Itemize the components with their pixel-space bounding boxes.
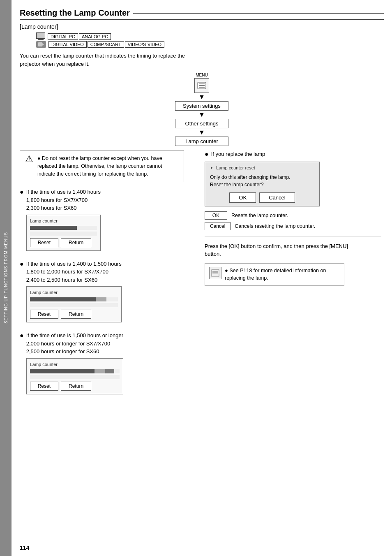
info-content: ● See P118 for more detailed information… <box>225 267 340 283</box>
lamp-counter-title-3: Lamp counter <box>30 362 120 367</box>
lamp-counter-box-2: Lamp counter Reset Return <box>26 286 122 322</box>
lamp-buttons-2: Reset Return <box>30 310 118 319</box>
bullet-2: ● <box>20 260 24 268</box>
bullet-replace: ● <box>205 150 209 158</box>
pc-icon <box>36 32 45 40</box>
menu-step2: Other settings <box>175 119 228 128</box>
bullet-item-3: ● If the time of use is 1,500 hours or l… <box>20 331 196 399</box>
lamp-counter-title-2: Lamp counter <box>30 290 118 295</box>
menu-step3: Lamp counter <box>175 137 228 146</box>
menu-flow: MENU ▼ System settings ▼ Other settings … <box>161 73 243 146</box>
bullet-3: ● <box>20 331 24 339</box>
bullet-replace-lamp: ● If you replace the lamp <box>205 150 381 158</box>
bullet-text-3: If the time of use is 1,500 hours or lon… <box>26 331 123 356</box>
info-text: See P118 for more detailed information o… <box>225 268 326 281</box>
cancel-result-text: Cancels resetting the lamp counter. <box>235 223 315 229</box>
menu-step1: System settings <box>175 101 228 111</box>
lamp-buttons-3: Reset Return <box>30 382 120 391</box>
return-btn-2[interactable]: Return <box>61 310 91 319</box>
dialog-ok-btn[interactable]: OK <box>229 192 256 203</box>
bullet-item-2: ● If the time of use is 1,400 to 1,500 h… <box>20 260 196 328</box>
warning-box: ⚠ ● Do not reset the lamp counter except… <box>20 150 184 182</box>
dialog-buttons: OK Cancel <box>210 192 314 203</box>
main-content: Resetting the Lamp Counter [Lamp counter… <box>12 0 392 556</box>
cancel-result-btn: Cancel <box>205 222 231 230</box>
two-column-layout: ⚠ ● Do not reset the lamp counter except… <box>20 150 384 403</box>
input-row-1: DIGITAL PC ANALOG PC <box>36 32 384 40</box>
bullet-replace-text: If you replace the lamp <box>211 150 265 158</box>
return-btn-3[interactable]: Return <box>61 382 91 391</box>
arrow-1: ▼ <box>198 94 205 100</box>
warning-text: ● Do not reset the lamp counter except w… <box>37 155 179 178</box>
page-number: 114 <box>20 544 29 551</box>
press-text: Press the [OK] button to confirm, and th… <box>205 242 361 258</box>
return-btn-1[interactable]: Return <box>61 238 91 247</box>
lamp-buttons-1: Reset Return <box>30 238 97 247</box>
warning-icon: ⚠ <box>25 155 33 164</box>
input-row-2: DIGITAL VIDEO COMP./SCART VIDEO/S-VIDEO <box>36 41 384 48</box>
right-column: ● If you replace the lamp ✦ Lamp counter… <box>205 150 381 403</box>
ok-result-text: Resets the lamp counter. <box>231 213 288 218</box>
input-types-section: DIGITAL PC ANALOG PC DIGITAL VIDEO COMP.… <box>36 32 384 48</box>
input-badge-digital-video: DIGITAL VIDEO <box>48 41 87 48</box>
description-text: You can reset the lamp counter that indi… <box>20 52 192 68</box>
input-badge-analog-pc: ANALOG PC <box>79 33 111 40</box>
reset-btn-1[interactable]: Reset <box>30 238 58 247</box>
bullet-text-1: If the time of use is 1,400 hours 1,800 … <box>26 188 101 212</box>
dialog-title: ✦ Lamp counter reset <box>210 165 314 170</box>
video-icon <box>36 41 46 48</box>
bullet-dot: ● <box>37 155 41 161</box>
bullet-info: ● <box>225 267 229 273</box>
info-icon <box>209 267 221 279</box>
input-badge-video-s-video: VIDEO/S-VIDEO <box>125 41 165 48</box>
ok-result-row: OK Resets the lamp counter. <box>205 211 381 220</box>
dialog-cancel-btn[interactable]: Cancel <box>259 192 295 203</box>
lamp-counter-reset-dialog: ✦ Lamp counter reset Only do this after … <box>205 162 320 206</box>
left-column: ⚠ ● Do not reset the lamp counter except… <box>20 150 196 403</box>
reset-btn-2[interactable]: Reset <box>30 310 58 319</box>
reset-btn-3[interactable]: Reset <box>30 382 58 391</box>
info-box: ● See P118 for more detailed information… <box>205 263 344 286</box>
section-subtitle: [Lamp counter] <box>20 23 384 30</box>
bullet-text-2: If the time of use is 1,400 to 1,500 hou… <box>26 260 122 284</box>
arrow-2: ▼ <box>198 111 205 118</box>
lamp-counter-box-3: Lamp counter Reset Return <box>26 358 123 394</box>
cancel-result-row: Cancel Cancels resetting the lamp counte… <box>205 222 381 230</box>
lamp-counter-title-1: Lamp counter <box>30 218 97 223</box>
dialog-body-text: Only do this after changing the lamp. Re… <box>210 174 314 188</box>
input-badge-digital-pc: DIGITAL PC <box>48 33 78 40</box>
ok-result-btn: OK <box>205 211 227 220</box>
menu-icon <box>194 78 209 93</box>
svg-marker-1 <box>42 43 44 46</box>
arrow-3: ▼ <box>198 129 205 136</box>
sidebar-label: SETTING UP FUNCTIONS FROM MENUS <box>4 232 8 324</box>
page-title: Resetting the Lamp Counter <box>20 8 384 20</box>
sidebar: SETTING UP FUNCTIONS FROM MENUS <box>0 0 12 556</box>
input-badge-comp-scart: COMP./SCART <box>88 41 124 48</box>
bullet-item-1: ● If the time of use is 1,400 hours 1,80… <box>20 188 196 256</box>
svg-rect-0 <box>38 42 42 46</box>
svg-rect-6 <box>212 269 219 277</box>
bullet-1: ● <box>20 188 24 196</box>
lamp-counter-box-1: Lamp counter Reset Return <box>26 215 101 251</box>
menu-label: MENU <box>196 73 208 77</box>
separator <box>205 236 381 236</box>
